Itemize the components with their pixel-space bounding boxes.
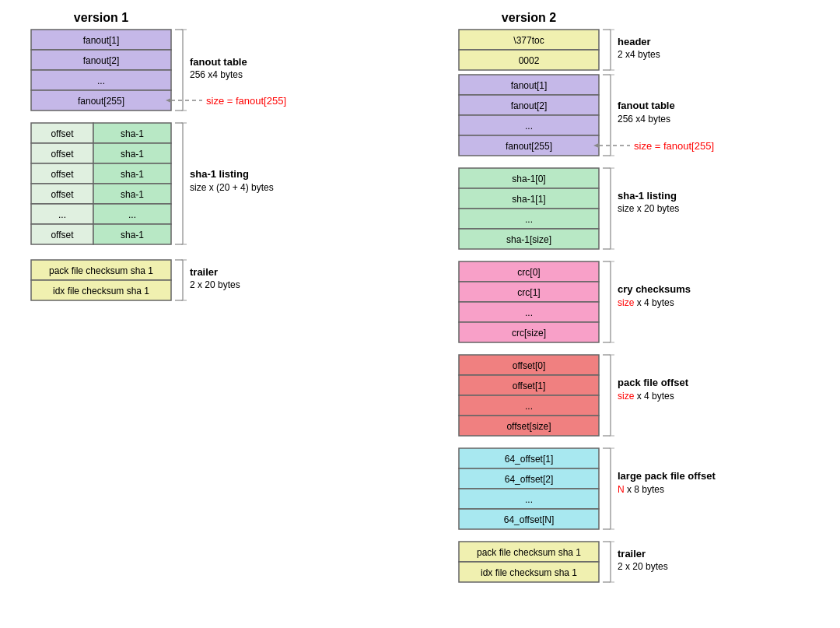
v2-offset-size-box	[459, 416, 599, 436]
v1-trailer-label: trailer	[190, 266, 218, 278]
page: version 1 version 2 fanout[1] fanout[2] …	[0, 0, 840, 628]
v2-size-label: size = fanout[255]	[634, 140, 714, 152]
v2-sha-sub: size x 20 bytes	[618, 203, 679, 214]
v2-header1-text: \377toc	[513, 35, 544, 46]
v2-offset2-text: offset[1]	[513, 381, 545, 391]
v2-crc-size-box	[459, 322, 599, 342]
v1-fanout1-box	[31, 30, 171, 50]
v1-sha3-text: sha-1	[121, 169, 144, 180]
v2-crc-dots-text: ...	[525, 307, 533, 318]
v1-trailer2-text: idx file checksum sha 1	[53, 286, 149, 296]
v1-fanout255-box	[31, 90, 171, 111]
v2-size-arrowhead	[593, 143, 599, 148]
v1-trailer-sub: 2 x 20 bytes	[190, 279, 240, 290]
v2-crc-dots-box	[459, 302, 599, 322]
v2-large-n-text: 64_offset[N]	[504, 514, 555, 525]
v2-sha-size-text: sha-1[size]	[506, 234, 551, 245]
v2-fanout1-box	[459, 75, 599, 95]
v1-fanout-label: fanout table	[190, 56, 247, 68]
v1-offset6-text: offset	[51, 230, 74, 240]
v2-title: version 2	[502, 11, 556, 24]
v2-large-sub-text: N x 8 bytes	[618, 484, 664, 495]
v1-title: version 1	[74, 11, 128, 24]
v1-trailer2-box	[31, 280, 171, 300]
v1-sha6-text: sha-1	[121, 230, 144, 240]
v2-large2-text: 64_offset[2]	[505, 474, 554, 485]
v2-fanout-label: fanout table	[618, 100, 675, 111]
v1-offset1-text: offset	[51, 128, 74, 139]
v2-large1-text: 64_offset[1]	[505, 454, 554, 465]
v2-fanout-sub: 256 x4 bytes	[618, 114, 670, 125]
v1-sha1-box	[93, 123, 171, 143]
v2-large2-box	[459, 468, 599, 489]
v1-sha6-box	[93, 224, 171, 244]
v2-sha-label: sha-1 listing	[618, 190, 677, 202]
v2-crc2-box	[459, 282, 599, 302]
v2-header2-text: 0002	[519, 55, 540, 66]
v1-offset4-text: offset	[51, 189, 74, 200]
v1-dots2-box	[93, 204, 171, 224]
v2-fanout-dots-box	[459, 115, 599, 135]
v2-large-dots-box	[459, 489, 599, 509]
v2-offset-dots-text: ...	[525, 401, 533, 412]
v1-size-arrowhead	[166, 98, 171, 103]
v1-offset6-box	[31, 224, 93, 244]
v1-offset3-box	[31, 163, 93, 184]
v2-offset2-box	[459, 375, 599, 395]
v2-fanout1-text: fanout[1]	[511, 80, 548, 91]
v2-fanout2-text: fanout[2]	[511, 100, 548, 111]
v1-fanout-dots-text: ...	[97, 75, 105, 86]
v2-offset-size-text: offset[size]	[506, 421, 551, 432]
v1-offset4-box	[31, 184, 93, 204]
v2-crc-sub-text: size x 4 bytes	[618, 297, 674, 308]
v2-fanout2-box	[459, 95, 599, 115]
diagram-svg: version 1 version 2 fanout[1] fanout[2] …	[0, 0, 840, 628]
v1-dots1-box	[31, 204, 93, 224]
v1-offset2-box	[31, 143, 93, 163]
v2-large1-box	[459, 448, 599, 468]
v1-fanout2-box	[31, 50, 171, 70]
v1-fanout-sub: 256 x4 bytes	[190, 69, 243, 80]
v1-offset1-box	[31, 123, 93, 143]
v2-sha-size-box	[459, 229, 599, 249]
v1-sha2-text: sha-1	[121, 149, 144, 160]
v2-large-n-box	[459, 509, 599, 529]
v2-sha2-text: sha-1[1]	[512, 194, 545, 205]
v2-sha2-box	[459, 188, 599, 209]
v2-large-label: large pack file offset	[618, 470, 716, 482]
v2-header1-box	[459, 30, 599, 50]
v1-fanout2-text: fanout[2]	[83, 55, 120, 66]
v2-sha1-box	[459, 168, 599, 188]
v2-fanout255-box	[459, 135, 599, 156]
v2-trailer1-text: pack file checksum sha 1	[477, 547, 581, 558]
v2-trailer-label: trailer	[618, 548, 646, 560]
v1-fanout-dots-box	[31, 70, 171, 90]
v1-sha-sub: size x (20 + 4) bytes	[190, 182, 274, 193]
v2-fanout-dots-text: ...	[525, 121, 533, 132]
v1-offset3-text: offset	[51, 169, 74, 180]
v2-sha-dots-box	[459, 209, 599, 229]
v1-trailer1-text: pack file checksum sha 1	[49, 265, 153, 276]
v2-offset1-box	[459, 355, 599, 375]
v1-offset2-text: offset	[51, 149, 74, 160]
v1-size-label: size = fanout[255]	[206, 95, 286, 107]
v2-sha-dots-text: ...	[525, 214, 533, 225]
v2-crc1-box	[459, 261, 599, 282]
v1-sha4-text: sha-1	[121, 189, 144, 200]
v1-dots2-text: ...	[128, 209, 136, 220]
v2-crc-size-text: crc[size]	[512, 328, 546, 339]
v2-crc-label: cry checksums	[618, 283, 691, 295]
v2-offset-dots-box	[459, 395, 599, 416]
v2-trailer1-box	[459, 542, 599, 562]
v2-offset-sub-text: size x 4 bytes	[618, 391, 674, 402]
v1-sha3-box	[93, 163, 171, 184]
v2-fanout255-text: fanout[255]	[506, 141, 552, 152]
v2-sha1-text: sha-1[0]	[512, 174, 545, 184]
v2-trailer2-box	[459, 562, 599, 582]
v1-trailer1-box	[31, 260, 171, 280]
v1-fanout1-text: fanout[1]	[83, 35, 120, 46]
v2-large-dots-text: ...	[525, 494, 533, 505]
v1-sha1-text: sha-1	[121, 128, 144, 139]
v2-offset-label: pack file offset	[618, 377, 689, 388]
v1-sha-label: sha-1 listing	[190, 168, 249, 180]
